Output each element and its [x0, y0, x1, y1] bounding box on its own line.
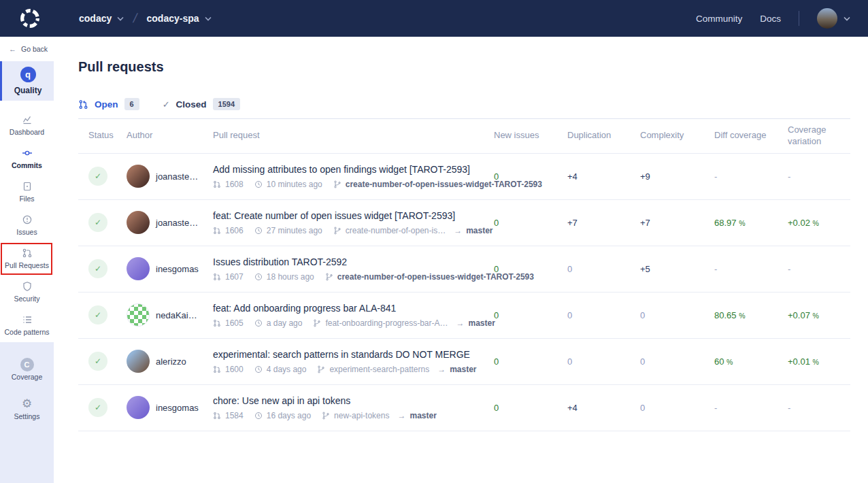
- pr-number: 1608: [225, 180, 244, 189]
- sidebar-item-label: Dashboard: [10, 129, 44, 137]
- commits-icon: [22, 148, 33, 159]
- tab-closed-label: Closed: [176, 99, 207, 110]
- sidebar-item-pull-requests[interactable]: Pull Requests: [0, 242, 54, 276]
- arrow-right-icon: →: [456, 318, 465, 328]
- branch-target-wrap: → master: [437, 365, 476, 374]
- pull-request-icon: [213, 273, 221, 281]
- tab-open-label: Open: [95, 99, 118, 110]
- author-cell: joanaste…: [116, 165, 203, 188]
- status-cell: ✓: [78, 259, 116, 278]
- table-row[interactable]: ✓ joanaste… Add missing attributes to op…: [78, 154, 850, 200]
- tab-closed[interactable]: ✓ Closed 1594: [163, 98, 240, 110]
- tab-open[interactable]: Open 6: [78, 98, 139, 110]
- pr-meta: 1584 16 days ago new-api-tokens → master: [213, 411, 484, 420]
- complexity-value: +7: [640, 218, 650, 228]
- status-cell: ✓: [78, 167, 116, 186]
- coverage-variation-value: +0.07 %: [788, 310, 819, 320]
- pr-title[interactable]: experimental: search patterns in standar…: [213, 349, 484, 360]
- tab-open-count: 6: [124, 98, 139, 110]
- page-title: Pull requests: [78, 59, 850, 75]
- org-selector[interactable]: codacy: [79, 13, 124, 24]
- status-cell: ✓: [78, 352, 116, 371]
- user-menu[interactable]: [817, 8, 850, 29]
- pull-request-icon: [213, 227, 221, 235]
- chevron-down-icon: [205, 16, 212, 21]
- column-header-coverage-variation: Coverage variation: [778, 124, 850, 148]
- branch-icon: [325, 273, 333, 281]
- go-back-button[interactable]: ← Go back: [0, 37, 54, 61]
- avatar: [127, 350, 150, 373]
- pull-request-cell: chore: Use new api in api tokens 1584 16…: [203, 395, 484, 420]
- pull-request-cell: feat: Create number of open issues widge…: [203, 210, 484, 235]
- table-row[interactable]: ✓ inesgomas chore: Use new api in api to…: [78, 385, 850, 431]
- pull-request-cell: Add missing attributes to open findings …: [203, 164, 484, 189]
- column-header-complexity: Complexity: [630, 130, 704, 141]
- pr-time: 4 days ago: [267, 365, 307, 374]
- pr-time: a day ago: [267, 318, 303, 328]
- status-cell: ✓: [78, 213, 116, 232]
- pr-time-group: 27 minutes ago: [254, 226, 322, 235]
- duplication-value: +4: [567, 403, 578, 413]
- sidebar-section-quality[interactable]: q Quality: [0, 61, 54, 101]
- issues-icon: [22, 214, 33, 225]
- table-row[interactable]: ✓ joanaste… feat: Create number of open …: [78, 200, 850, 246]
- diff-coverage-value: 80.65 %: [714, 310, 746, 320]
- pr-title[interactable]: feat: Create number of open issues widge…: [213, 210, 484, 221]
- pr-time: 27 minutes ago: [267, 226, 322, 235]
- table-row[interactable]: ✓ alerizzo experimental: search patterns…: [78, 339, 850, 385]
- duplication-value: +7: [567, 218, 578, 228]
- branch-group: experiment-search-patterns → master: [317, 365, 476, 374]
- sidebar-item-code-patterns[interactable]: Code patterns: [0, 309, 54, 342]
- sidebar-item-dashboard[interactable]: Dashboard: [0, 109, 54, 142]
- sidebar-item-files[interactable]: Files: [0, 176, 54, 209]
- duplication-value: 0: [567, 310, 572, 320]
- author-cell: inesgomas: [116, 396, 203, 419]
- pr-title[interactable]: Add missing attributes to open findings …: [213, 164, 484, 175]
- pr-title[interactable]: chore: Use new api in api tokens: [213, 395, 484, 406]
- pr-number: 1600: [225, 365, 244, 374]
- diff-coverage-value: 60 %: [714, 356, 733, 367]
- sidebar-footer: C Coverage ⚙ Settings: [0, 342, 54, 483]
- pr-number-group: 1608: [213, 180, 244, 189]
- sidebar-item-settings[interactable]: ⚙ Settings: [0, 390, 54, 429]
- author-name: inesgomas: [156, 264, 199, 274]
- repo-selector[interactable]: codacy-spa: [147, 13, 212, 24]
- pr-number: 1606: [225, 226, 244, 235]
- chevron-down-icon: [117, 16, 124, 21]
- back-arrow-icon: ←: [9, 45, 16, 53]
- pr-title[interactable]: feat: Add onboarding progress bar ALA-84…: [213, 303, 484, 314]
- pr-meta: 1600 4 days ago experiment-search-patter…: [213, 365, 484, 374]
- pr-title[interactable]: Issues distribution TAROT-2592: [213, 256, 484, 267]
- clock-icon: [254, 365, 263, 373]
- quality-icon: q: [20, 67, 36, 82]
- coverage-variation-value: +0.01 %: [788, 356, 819, 367]
- pull-request-cell: feat: Add onboarding progress bar ALA-84…: [203, 303, 484, 328]
- sidebar-item-issues[interactable]: Issues: [0, 209, 54, 242]
- sidebar-item-label: Issues: [16, 229, 37, 237]
- complexity-value: 0: [640, 310, 645, 320]
- complexity-value: 0: [640, 403, 645, 413]
- codacy-logo-icon[interactable]: [18, 6, 42, 31]
- breadcrumb-separator: /: [132, 11, 139, 26]
- table-row[interactable]: ✓ inesgomas Issues distribution TAROT-25…: [78, 246, 850, 293]
- sidebar-item-commits[interactable]: Commits: [0, 142, 54, 176]
- pr-number-group: 1600: [213, 365, 244, 374]
- coverage-variation-value: -: [788, 403, 790, 413]
- pr-meta: 1606 27 minutes ago create-number-of-ope…: [213, 226, 484, 235]
- diff-coverage-value: -: [714, 264, 717, 274]
- branch-name: new-api-tokens: [334, 411, 389, 420]
- sidebar-item-security[interactable]: Security: [0, 276, 54, 309]
- branch-name: feat-onboarding-progress-bar-A…: [325, 318, 448, 328]
- community-link[interactable]: Community: [696, 14, 742, 24]
- author-cell: alerizzo: [116, 350, 203, 373]
- table-row[interactable]: ✓ nedaKai… feat: Add onboarding progress…: [78, 293, 850, 339]
- status-success-icon: ✓: [88, 259, 107, 278]
- sidebar-nav: Dashboard Commits Files Issues: [0, 101, 54, 342]
- sidebar-item-label: Code patterns: [5, 329, 50, 337]
- docs-link[interactable]: Docs: [760, 14, 781, 24]
- sidebar-item-coverage[interactable]: C Coverage: [0, 350, 54, 390]
- pr-number-group: 1606: [213, 226, 244, 235]
- column-header-author: Author: [116, 130, 191, 141]
- pr-time: 16 days ago: [267, 411, 311, 420]
- pr-time: 18 hours ago: [267, 272, 314, 282]
